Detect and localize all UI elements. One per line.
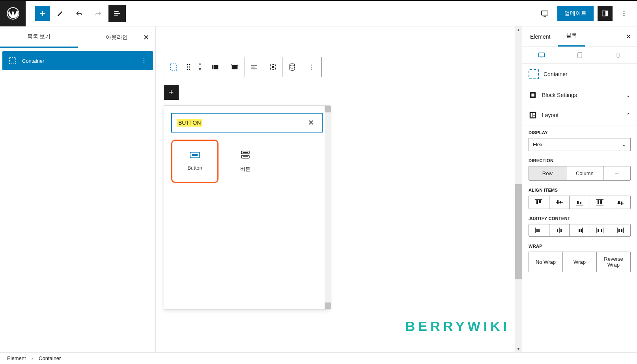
chevron-right-icon: ›: [32, 355, 33, 361]
desktop-device-tab[interactable]: [522, 47, 560, 63]
svg-rect-30: [243, 152, 248, 153]
svg-rect-32: [538, 53, 544, 57]
block-option-buttons-kr[interactable]: 버튼: [222, 140, 269, 183]
top-toolbar: 업데이트: [0, 1, 637, 26]
selected-block-label: Container: [529, 69, 631, 79]
svg-rect-11: [170, 64, 177, 70]
block-search-input[interactable]: [202, 119, 305, 126]
svg-rect-3: [605, 11, 608, 16]
svg-rect-55: [579, 229, 580, 232]
layout-section[interactable]: Layout ⌃: [529, 111, 631, 119]
direction-column-button[interactable]: Column: [566, 166, 604, 180]
justify-between-button[interactable]: [590, 224, 611, 236]
svg-rect-60: [621, 229, 622, 232]
justify-around-button[interactable]: [610, 224, 630, 236]
document-overview-panel: 목록 보기 아웃라인 ✕ Container: [0, 26, 156, 352]
svg-rect-53: [557, 229, 558, 232]
svg-rect-51: [536, 229, 538, 232]
close-sidebar-button[interactable]: ✕: [624, 31, 633, 43]
svg-rect-52: [538, 229, 540, 232]
update-button[interactable]: 업데이트: [557, 6, 594, 21]
buttons-block-icon: [241, 150, 250, 160]
align-button[interactable]: [245, 57, 263, 77]
svg-point-24: [311, 67, 312, 67]
svg-rect-37: [530, 112, 536, 119]
container-width-button[interactable]: [206, 57, 225, 77]
list-item-label: Container: [22, 58, 44, 64]
svg-point-4: [624, 11, 625, 12]
database-button[interactable]: [283, 57, 302, 77]
breadcrumb-root[interactable]: Element: [7, 355, 26, 361]
svg-point-14: [187, 67, 188, 68]
block-more-options[interactable]: [302, 57, 321, 77]
svg-rect-57: [598, 229, 599, 232]
align-stretch-button[interactable]: [590, 196, 611, 209]
svg-rect-34: [617, 53, 619, 57]
more-options-button[interactable]: [616, 6, 631, 21]
tablet-device-tab[interactable]: [560, 47, 599, 63]
align-baseline-button[interactable]: [610, 196, 630, 209]
svg-rect-40: [533, 116, 535, 118]
clear-search-button[interactable]: ✕: [305, 118, 317, 128]
search-input-value: BUTTON: [177, 119, 202, 127]
element-tab[interactable]: Element: [522, 28, 558, 46]
svg-rect-49: [618, 201, 620, 204]
insert-block-button[interactable]: +: [164, 85, 179, 100]
wrap-reverse-button[interactable]: Reverse Wrap: [597, 252, 630, 272]
add-block-button[interactable]: [35, 6, 50, 21]
list-view-item-container[interactable]: Container: [2, 51, 153, 70]
edit-mode-button[interactable]: [52, 5, 69, 22]
breadcrumb-current[interactable]: Container: [39, 355, 61, 361]
inserter-scrollbar[interactable]: [325, 106, 331, 309]
wordpress-logo[interactable]: [0, 1, 26, 26]
undo-button[interactable]: [71, 5, 88, 22]
svg-rect-36: [531, 93, 534, 96]
drag-handle[interactable]: [183, 57, 194, 77]
justify-end-button[interactable]: [570, 224, 590, 236]
direction-label: DIRECTION: [529, 158, 631, 163]
align-items-label: ALIGN ITEMS: [529, 188, 631, 192]
list-view-toggle[interactable]: [108, 5, 126, 22]
redo-button[interactable]: [90, 5, 107, 22]
wrap-wrap-button[interactable]: Wrap: [563, 252, 597, 272]
preview-button[interactable]: [536, 5, 553, 22]
block-type-button[interactable]: [164, 57, 183, 77]
mobile-device-tab[interactable]: [599, 47, 637, 63]
button-block-icon: [190, 152, 200, 159]
canvas-scrollbar[interactable]: ▲ ▼: [515, 26, 522, 352]
block-settings-section[interactable]: Block Settings ⌄: [529, 91, 631, 99]
align-start-button[interactable]: [529, 196, 549, 209]
block-toolbar: ▲ ▼: [164, 57, 321, 77]
justify-start-button[interactable]: [529, 224, 549, 236]
svg-point-12: [187, 64, 188, 65]
svg-rect-43: [557, 200, 559, 204]
direction-row-button[interactable]: Row: [529, 166, 566, 180]
block-option-button[interactable]: Button: [171, 140, 219, 183]
svg-point-8: [144, 58, 144, 58]
svg-point-15: [189, 67, 191, 68]
spacing-button[interactable]: [263, 57, 282, 77]
wrap-none-button[interactable]: No Wrap: [529, 252, 563, 272]
direction-reverse-button[interactable]: ←: [603, 166, 630, 180]
align-end-button[interactable]: [570, 196, 590, 209]
move-down-button[interactable]: ▼: [194, 67, 206, 73]
svg-rect-56: [581, 229, 582, 232]
justify-center-button[interactable]: [549, 224, 570, 236]
close-panel-button[interactable]: ✕: [141, 31, 151, 44]
block-search-field[interactable]: BUTTON ✕: [171, 113, 323, 133]
svg-rect-27: [192, 154, 198, 156]
svg-rect-50: [621, 202, 622, 205]
sidebar-toggle[interactable]: [598, 6, 613, 21]
full-width-button[interactable]: [225, 57, 244, 77]
list-view-tab[interactable]: 목록 보기: [0, 27, 78, 48]
svg-rect-45: [577, 201, 579, 204]
display-select[interactable]: Flex ⌄: [529, 138, 631, 151]
list-item-options-icon[interactable]: [140, 57, 148, 65]
svg-rect-7: [9, 58, 16, 64]
svg-point-16: [187, 69, 188, 70]
settings-sidebar: Element 블록 ✕ Container: [522, 26, 637, 352]
move-up-button[interactable]: ▲: [194, 61, 206, 67]
block-tab[interactable]: 블록: [558, 26, 585, 47]
align-center-button[interactable]: [549, 196, 570, 209]
block-breadcrumb: Element › Container: [0, 352, 637, 364]
